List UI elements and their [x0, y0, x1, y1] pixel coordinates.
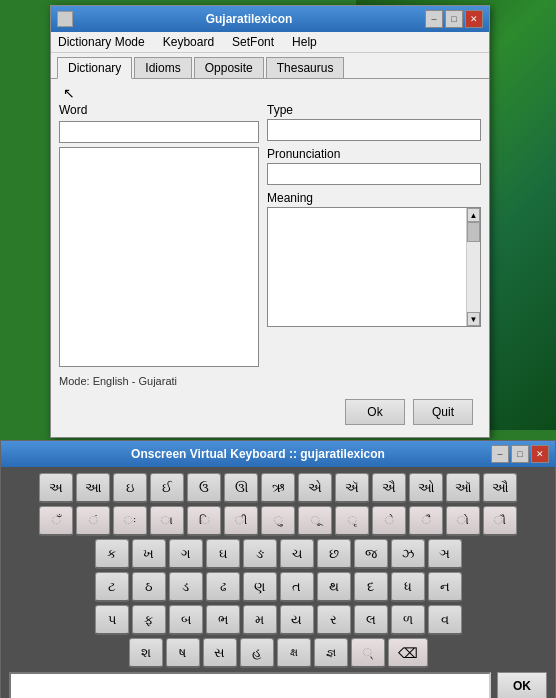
key-la[interactable]: લ	[354, 605, 388, 635]
scroll-down-button[interactable]: ▼	[467, 312, 480, 326]
key-na2[interactable]: ન	[428, 572, 462, 602]
kb-maximize-button[interactable]: □	[511, 445, 529, 463]
key-cha[interactable]: ચ	[280, 539, 314, 569]
key-ri-matra[interactable]: ૃ	[335, 506, 369, 536]
key-ii-matra[interactable]: ી	[224, 506, 258, 536]
key-ka[interactable]: ક	[95, 539, 129, 569]
key-ai[interactable]: ઐ	[372, 473, 406, 503]
tab-dictionary[interactable]: Dictionary	[57, 57, 132, 79]
key-i[interactable]: ઇ	[113, 473, 147, 503]
meaning-wrapper: ▲ ▼	[267, 207, 481, 327]
key-ba[interactable]: બ	[169, 605, 203, 635]
key-visarga[interactable]: ઃ	[113, 506, 147, 536]
close-button[interactable]: ✕	[465, 10, 483, 28]
key-u-matra[interactable]: ુ	[261, 506, 295, 536]
key-ta2[interactable]: ત	[280, 572, 314, 602]
key-ssa[interactable]: ષ	[166, 638, 200, 668]
scroll-up-button[interactable]: ▲	[467, 208, 480, 222]
key-dha[interactable]: ઢ	[206, 572, 240, 602]
key-chandrabindu[interactable]: ઁ	[39, 506, 73, 536]
key-aw[interactable]: ઑ	[446, 473, 480, 503]
key-ma[interactable]: મ	[243, 605, 277, 635]
key-uu-matra[interactable]: ૂ	[298, 506, 332, 536]
meaning-field-group: Meaning ▲ ▼	[267, 191, 481, 327]
tab-thesaurus[interactable]: Thesaurus	[266, 57, 345, 78]
key-au-matra[interactable]: ૌ	[483, 506, 517, 536]
key-u[interactable]: ઉ	[187, 473, 221, 503]
word-input[interactable]	[59, 121, 259, 143]
menu-dictionary-mode[interactable]: Dictionary Mode	[55, 34, 148, 50]
key-sha[interactable]: શ	[129, 638, 163, 668]
kb-row-vowels: અ આ ઇ ઈ ઉ ઊ ઋ એ ઍ ઐ ઓ ઑ ઔ	[5, 473, 551, 503]
key-ya[interactable]: ય	[280, 605, 314, 635]
dictionary-window: Gujaratilexicon – □ ✕ Dictionary Mode Ke…	[50, 5, 490, 438]
type-input[interactable]	[267, 119, 481, 141]
key-sa[interactable]: સ	[203, 638, 237, 668]
window-title: Gujaratilexicon	[73, 12, 425, 26]
menu-setfont[interactable]: SetFont	[229, 34, 277, 50]
kb-minimize-button[interactable]: –	[491, 445, 509, 463]
key-tha2[interactable]: થ	[317, 572, 351, 602]
key-va[interactable]: વ	[428, 605, 462, 635]
key-tha[interactable]: ઠ	[132, 572, 166, 602]
key-anusvara[interactable]: ં	[76, 506, 110, 536]
key-ha[interactable]: હ	[240, 638, 274, 668]
kb-row-cons4: શ ષ સ હ ક્ષ જ્ઞ ્ ⌫	[5, 638, 551, 668]
key-dha2[interactable]: ધ	[391, 572, 425, 602]
kb-text-input[interactable]	[9, 672, 491, 698]
menu-bar: Dictionary Mode Keyboard SetFont Help	[51, 32, 489, 53]
key-uu[interactable]: ઊ	[224, 473, 258, 503]
key-chha[interactable]: છ	[317, 539, 351, 569]
key-nya[interactable]: ઞ	[428, 539, 462, 569]
menu-help[interactable]: Help	[289, 34, 320, 50]
key-ksha[interactable]: ક્ષ	[277, 638, 311, 668]
pronunciation-field-group: Pronunciation	[267, 147, 481, 185]
key-ii[interactable]: ઈ	[150, 473, 184, 503]
kb-title-bar: Onscreen Virtual Keyboard :: gujaratilex…	[1, 441, 555, 467]
key-da2[interactable]: દ	[354, 572, 388, 602]
key-lla[interactable]: ળ	[391, 605, 425, 635]
key-ga[interactable]: ગ	[169, 539, 203, 569]
kb-close-button[interactable]: ✕	[531, 445, 549, 463]
key-ai-matra[interactable]: ૈ	[409, 506, 443, 536]
key-nga[interactable]: ઙ	[243, 539, 277, 569]
key-a[interactable]: અ	[39, 473, 73, 503]
menu-keyboard[interactable]: Keyboard	[160, 34, 217, 50]
key-i-matra[interactable]: િ	[187, 506, 221, 536]
key-gha[interactable]: ઘ	[206, 539, 240, 569]
key-ta[interactable]: ટ	[95, 572, 129, 602]
key-jha[interactable]: ઝ	[391, 539, 425, 569]
key-ae[interactable]: ઍ	[335, 473, 369, 503]
key-na[interactable]: ણ	[243, 572, 277, 602]
key-jnya[interactable]: જ્ઞ	[314, 638, 348, 668]
pronunciation-label: Pronunciation	[267, 147, 481, 161]
key-au[interactable]: ઔ	[483, 473, 517, 503]
key-ri[interactable]: ઋ	[261, 473, 295, 503]
key-pha[interactable]: ફ	[132, 605, 166, 635]
key-o-matra[interactable]: ો	[446, 506, 480, 536]
key-da[interactable]: ડ	[169, 572, 203, 602]
tab-opposite[interactable]: Opposite	[194, 57, 264, 78]
key-e[interactable]: એ	[298, 473, 332, 503]
maximize-button[interactable]: □	[445, 10, 463, 28]
pronunciation-input[interactable]	[267, 163, 481, 185]
key-aa[interactable]: આ	[76, 473, 110, 503]
quit-button[interactable]: Quit	[413, 399, 473, 425]
kb-ok-button[interactable]: OK	[497, 672, 547, 698]
scroll-handle[interactable]	[467, 222, 480, 242]
key-ja[interactable]: જ	[354, 539, 388, 569]
key-o[interactable]: ઓ	[409, 473, 443, 503]
tab-idioms[interactable]: Idioms	[134, 57, 191, 78]
key-ra[interactable]: ર	[317, 605, 351, 635]
ok-button[interactable]: Ok	[345, 399, 405, 425]
key-virama[interactable]: ્	[351, 638, 385, 668]
key-backspace[interactable]: ⌫	[388, 638, 428, 668]
minimize-button[interactable]: –	[425, 10, 443, 28]
word-list[interactable]	[59, 147, 259, 367]
key-e-matra[interactable]: ે	[372, 506, 406, 536]
key-kha[interactable]: ખ	[132, 539, 166, 569]
key-aa-matra[interactable]: ા	[150, 506, 184, 536]
key-bha[interactable]: ભ	[206, 605, 240, 635]
key-pa[interactable]: પ	[95, 605, 129, 635]
button-row: Ok Quit	[59, 395, 481, 429]
